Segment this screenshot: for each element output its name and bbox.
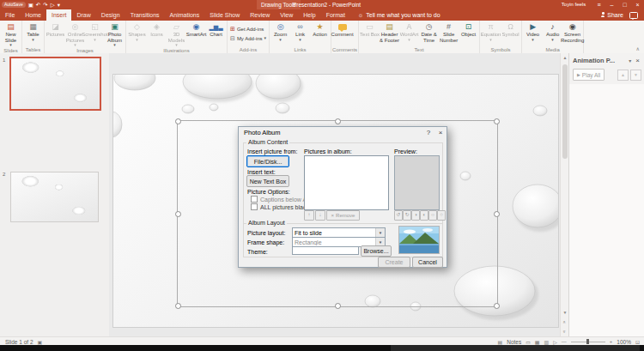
reading-view-icon[interactable]: ▥ <box>544 339 550 345</box>
remove-picture-button[interactable]: × Remove <box>326 210 360 221</box>
contrast-down-button[interactable]: ◐ <box>420 210 428 221</box>
audio-button[interactable]: ♪ Audio ▾ <box>543 21 562 42</box>
scrollbar-thumb[interactable] <box>562 64 568 159</box>
zoom-out-icon[interactable]: — <box>562 339 567 344</box>
resize-handle[interactable] <box>175 303 181 309</box>
create-button[interactable]: Create <box>378 257 410 268</box>
comment-button[interactable]: Comment <box>332 21 352 38</box>
header-footer-button[interactable]: ▤ Header & Footer <box>380 21 399 43</box>
pane-options-icon[interactable]: ▾ <box>626 57 634 64</box>
black-white-checkbox[interactable] <box>251 203 258 210</box>
redo-icon[interactable]: ↷ <box>43 0 47 9</box>
pane-close-icon[interactable]: × <box>634 57 641 64</box>
object-button[interactable]: ⊡ Object <box>459 21 478 38</box>
smartart-button[interactable]: ◉ SmartArt <box>186 21 206 38</box>
action-button[interactable]: ★ Action <box>310 21 330 38</box>
start-slideshow-icon[interactable]: ▷ <box>51 0 55 9</box>
pictures-button[interactable]: ◪ Pictures <box>46 21 65 38</box>
resize-handle[interactable] <box>335 118 341 124</box>
browse-button[interactable]: Browse... <box>361 245 392 257</box>
accessibility-icon[interactable]: ▣ <box>38 339 43 345</box>
dialog-close-button[interactable]: × <box>434 129 447 136</box>
tab-format[interactable]: Format <box>321 9 350 21</box>
brightness-up-button[interactable]: ☼ <box>428 210 437 221</box>
minimize-button[interactable]: – <box>605 0 618 9</box>
date-time-button[interactable]: ◷ Date & Time <box>419 21 439 43</box>
notes-icon[interactable]: ▤ <box>498 339 503 345</box>
ribbon-display-options-icon[interactable]: ≡ <box>592 0 605 9</box>
video-button[interactable]: ▶ Video ▾ <box>523 21 543 42</box>
new-text-box-button[interactable]: New Text Box <box>246 175 289 187</box>
normal-view-icon[interactable]: ▭ <box>526 339 531 345</box>
tab-animations[interactable]: Animations <box>165 9 205 21</box>
move-picture-down-button[interactable]: ↓ <box>315 210 325 221</box>
tab-design[interactable]: Design <box>96 9 125 21</box>
slideshow-view-icon[interactable]: ▷ <box>553 339 557 345</box>
equation-button[interactable]: π Equation ▾ <box>481 21 501 42</box>
tab-view[interactable]: View <box>275 9 298 21</box>
wordart-button[interactable]: A WordArt ▾ <box>399 21 419 42</box>
resize-handle[interactable] <box>335 303 341 309</box>
customize-qat-icon[interactable]: ▾ <box>58 0 60 9</box>
file-disk-button[interactable]: File/Disk... <box>246 155 289 167</box>
close-button[interactable]: × <box>631 0 644 9</box>
user-name[interactable]: Toyin feels <box>555 0 592 9</box>
captions-checkbox[interactable] <box>251 196 258 203</box>
cancel-button[interactable]: Cancel <box>412 257 443 268</box>
brightness-down-button[interactable]: ○ <box>437 210 446 221</box>
collapse-ribbon-icon[interactable]: ∧ <box>636 45 640 51</box>
resize-handle[interactable] <box>494 211 500 217</box>
slide-number-button[interactable]: # Slide Number <box>439 21 459 43</box>
tab-help[interactable]: Help <box>298 9 320 21</box>
save-icon[interactable]: ▣ <box>28 0 33 9</box>
move-later-button[interactable]: ▼ <box>630 70 641 81</box>
resize-handle[interactable] <box>494 118 500 124</box>
comments-icon[interactable] <box>629 12 638 19</box>
slide-sorter-view-icon[interactable]: ▦ <box>535 339 540 345</box>
zoom-slider-thumb[interactable] <box>586 339 589 344</box>
resize-handle[interactable] <box>175 211 181 217</box>
text-box-button[interactable]: ▭ Text Box <box>360 21 380 38</box>
screen-recording-button[interactable]: ◉ Screen Recording <box>562 21 582 43</box>
slide-thumbnail-2[interactable] <box>10 172 99 222</box>
tab-review[interactable]: Review <box>245 9 275 21</box>
table-button[interactable]: ▦ Table ▾ <box>23 21 43 42</box>
link-button[interactable]: ∞ Link ▾ <box>290 21 310 42</box>
dialog-help-button[interactable]: ? <box>422 129 434 136</box>
slide-thumbnail-1[interactable] <box>9 57 101 111</box>
tell-me-box[interactable]: ☼ Tell me what you want to do <box>350 9 440 21</box>
chart-button[interactable]: ▂▆▃ Chart <box>206 21 226 38</box>
zoom-slider[interactable] <box>571 342 605 342</box>
tab-slide-show[interactable]: Slide Show <box>204 9 245 21</box>
zoom-in-icon[interactable]: + <box>610 339 613 344</box>
my-addins-button[interactable]: ⊟ My Add-ins ▾ <box>228 35 268 42</box>
theme-input[interactable] <box>292 246 359 255</box>
pictures-in-album-list[interactable] <box>304 155 389 210</box>
windows-taskbar[interactable] <box>0 345 644 351</box>
3d-models-button[interactable]: ▱ 3D Models ▾ <box>167 21 186 47</box>
move-picture-up-button[interactable]: ↑ <box>304 210 314 221</box>
tab-draw[interactable]: Draw <box>71 9 95 21</box>
contrast-up-button[interactable]: ◑ <box>411 210 420 221</box>
autosave-toggle[interactable]: AutoSave <box>2 2 26 8</box>
resize-handle[interactable] <box>175 118 181 124</box>
screenshot-button[interactable]: ◱ Screenshot ▾ <box>85 21 105 42</box>
move-earlier-button[interactable]: ▲ <box>617 70 629 81</box>
shapes-button[interactable]: ◇ Shapes ▾ <box>127 21 147 42</box>
tab-home[interactable]: Home <box>20 9 46 21</box>
tab-file[interactable]: File <box>0 9 20 21</box>
maximize-button[interactable]: □ <box>618 0 631 9</box>
play-all-button[interactable]: ▶ Play All <box>573 69 605 81</box>
share-button[interactable]: Share <box>601 12 623 18</box>
get-addins-button[interactable]: ⊞ Get Add-ins <box>228 26 265 33</box>
fit-to-window-icon[interactable]: ⊡ <box>635 339 640 345</box>
symbol-button[interactable]: Ω Symbol <box>501 21 520 38</box>
icons-button[interactable]: ◈ Icons <box>147 21 167 38</box>
undo-icon[interactable]: ↶ <box>36 0 40 9</box>
rotate-left-button[interactable]: ↺ <box>394 210 403 221</box>
zoom-button[interactable]: ◎ Zoom ▾ <box>270 21 290 42</box>
new-slide-button[interactable]: ▤ New Slide ▾ <box>1 21 21 47</box>
tab-insert[interactable]: Insert <box>46 9 72 21</box>
tab-transitions[interactable]: Transitions <box>125 9 165 21</box>
chevron-down-icon[interactable]: ▼ <box>375 228 385 237</box>
